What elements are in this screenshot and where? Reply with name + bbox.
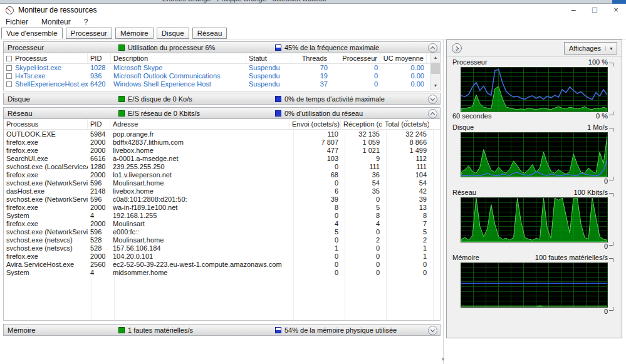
- cpu-table-row[interactable]: ShellExperienceHost.exe6420Windows Shell…: [4, 80, 440, 88]
- col-threads[interactable]: Threads: [291, 53, 330, 63]
- sort-asc-icon: [268, 53, 272, 55]
- net-table-rows: OUTLOOK.EXE5984pop.orange.fr11032 13532 …: [3, 130, 441, 321]
- maximize-button[interactable]: □: [586, 4, 603, 16]
- col-description[interactable]: Description: [111, 53, 246, 63]
- scroll-down-icon[interactable]: ▼: [430, 81, 441, 90]
- cell-envoi: 8: [290, 204, 341, 212]
- menu-aide[interactable]: ?: [78, 16, 94, 26]
- cell-envoi: 68: [290, 171, 341, 179]
- tab-processeur[interactable]: Processeur: [66, 28, 112, 39]
- cell-adresse: livebox.home: [110, 187, 290, 195]
- scale-bracket-icon: [609, 193, 613, 197]
- es-disque-series: [461, 137, 607, 177]
- row-checkbox[interactable]: [6, 81, 12, 87]
- scroll-thumb[interactable]: [431, 63, 440, 74]
- collapse-cpu-button[interactable]: [428, 43, 437, 53]
- col-pid[interactable]: PID: [88, 53, 111, 63]
- cell-statut: Suspendu: [246, 64, 291, 72]
- net-table-row[interactable]: firefox.exe2000lo1.v.liveperson.net68361…: [4, 171, 440, 179]
- background-window-title: Entrées Orange - Philippe Orange - Micro…: [0, 0, 488, 3]
- cell-total: 112: [382, 155, 429, 163]
- section-title: Processeur: [8, 44, 44, 51]
- col-uc-moyenne[interactable]: UC moyenne: [380, 53, 427, 63]
- cpu-table-row[interactable]: SkypeHost.exe1028Microsoft SkypeSuspendu…: [4, 64, 440, 72]
- net-table-row[interactable]: OUTLOOK.EXE5984pop.orange.fr11032 13532 …: [4, 130, 440, 138]
- col-envoi[interactable]: Envoi (octets/s): [290, 119, 341, 129]
- col-processus[interactable]: Processus: [4, 53, 88, 63]
- expand-mem-button[interactable]: [428, 326, 437, 335]
- cpu-table-scrollbar[interactable]: ▲ ▼: [430, 53, 440, 90]
- scroll-up-icon[interactable]: ▲: [430, 53, 441, 62]
- collapse-panel-button[interactable]: [452, 43, 462, 53]
- cell-adresse: livebox.home: [110, 147, 290, 155]
- net-table-row[interactable]: svchost.exe (NetworkService)596c0a8:101:…: [4, 195, 440, 204]
- disk-graph: [461, 132, 608, 177]
- tab-disque[interactable]: Disque: [157, 28, 189, 39]
- cell-reception: 35: [341, 187, 382, 195]
- minimize-button[interactable]: –: [565, 4, 582, 16]
- disk-active-indicator-icon: [275, 96, 281, 102]
- net-table-row[interactable]: svchost.exe (netsvcs)528Moulinsart.home0…: [4, 236, 440, 244]
- cell-processus: HxTsr.exe: [4, 72, 88, 80]
- menu-fichier[interactable]: Fichier: [0, 16, 34, 26]
- row-checkbox[interactable]: [6, 65, 12, 71]
- cell-statut: Suspendu: [246, 80, 291, 88]
- section-bar-disque[interactable]: Disque E/S disque de 0 Ko/s 0% de temps …: [3, 93, 441, 105]
- net-table-row[interactable]: System4192.168.1.255088: [4, 212, 440, 220]
- net-table-row[interactable]: svchost.exe (NetworkService)596Moulinsar…: [4, 179, 440, 187]
- cpu-table-rows: SkypeHost.exe1028Microsoft SkypeSuspendu…: [4, 64, 440, 88]
- col-reception[interactable]: Réception (oct...: [341, 119, 382, 129]
- mem-faults-label: 1 fautes matérielles/s: [128, 326, 193, 334]
- menu-moniteur[interactable]: Moniteur: [36, 16, 76, 26]
- net-table-row[interactable]: svchost.exe (NetworkService)596e000:fc::…: [4, 228, 440, 236]
- collapse-net-button[interactable]: [428, 109, 437, 118]
- section-bar-memoire[interactable]: Mémoire 1 fautes matérielles/s 54% de la…: [3, 324, 441, 336]
- cell-reception: 2: [341, 236, 382, 244]
- net-table-row[interactable]: firefox.exe2000bdffx42837.lithium.com7 8…: [4, 138, 440, 147]
- graph-title: Réseau: [452, 189, 476, 196]
- close-button[interactable]: ×: [607, 4, 625, 16]
- net-table-row[interactable]: SearchUI.exe6616a-0001.a-msedge.net10391…: [4, 155, 440, 163]
- col-processeur[interactable]: Processeur: [330, 53, 380, 63]
- cell-adresse: midsommer.home: [110, 269, 290, 277]
- section-bar-reseau[interactable]: Réseau E/S réseau de 0 Kbits/s 0% d'util…: [3, 107, 441, 119]
- col-processus[interactable]: Processus: [4, 119, 88, 129]
- cell-reception: 8: [341, 212, 382, 220]
- col-total[interactable]: Total (octets/s): [382, 119, 429, 129]
- tab-memoire[interactable]: Mémoire: [115, 28, 154, 39]
- net-table-row[interactable]: svchost.exe (netsvcs)528157.56.106.18410…: [4, 244, 440, 252]
- tab-vue-densemble[interactable]: Vue d'ensemble: [1, 28, 63, 39]
- net-table-row[interactable]: firefox.exe2000Moulinsart447: [4, 220, 440, 228]
- cell-processus: OUTLOOK.EXE: [4, 130, 88, 138]
- cell-total: 1: [382, 252, 429, 261]
- net-table-row[interactable]: dasHost.exe2148livebox.home63542: [4, 187, 440, 195]
- net-table-row[interactable]: firefox.exe2000livebox.home4771 0211 499: [4, 147, 440, 155]
- scale-bracket-icon: [609, 307, 613, 311]
- scale-bracket-icon: [609, 177, 613, 180]
- net-table-row[interactable]: System4midsommer.home000: [4, 269, 440, 277]
- disk-io-indicator-icon: [118, 96, 125, 102]
- cell-description: Microsoft Skype: [111, 64, 246, 72]
- cpu-usage-indicator-icon: [118, 44, 125, 51]
- net-table-row[interactable]: Avira.ServiceHost.exe2560ec2-52-50-39-22…: [4, 261, 440, 269]
- select-all-checkbox[interactable]: [6, 56, 12, 61]
- tab-reseau[interactable]: Réseau: [192, 28, 227, 39]
- net-table-row[interactable]: firefox.exe2000wa-in-f189.1e100.net8513: [4, 204, 440, 212]
- graph-min: 0: [604, 242, 608, 250]
- col-adresse[interactable]: Adresse: [110, 119, 290, 129]
- views-dropdown-button[interactable]: Affichages ▼: [564, 42, 617, 55]
- section-bar-processeur[interactable]: Processeur Utilisation du processeur 6% …: [3, 41, 441, 53]
- cpu-table-row[interactable]: HxTsr.exe936Microsoft Outlook Communicat…: [4, 72, 440, 80]
- row-checkbox[interactable]: [6, 73, 12, 79]
- section-title: Mémoire: [8, 326, 36, 334]
- cell-processus: svchost.exe (NetworkService): [4, 179, 88, 187]
- scroll-down-icon[interactable]: ▼: [440, 356, 446, 363]
- col-statut[interactable]: Statut: [246, 53, 291, 63]
- expand-disk-button[interactable]: [428, 95, 437, 104]
- net-table-row[interactable]: firefox.exe2000104.20.0.101001: [4, 252, 440, 261]
- net-table-row[interactable]: svchost.exe (LocalServiceAndNo...1280239…: [4, 163, 440, 171]
- col-pid[interactable]: PID: [88, 119, 110, 129]
- cell-pid: 936: [88, 72, 111, 80]
- cell-total: 54: [382, 179, 429, 187]
- mem-used-indicator-icon: [275, 327, 281, 333]
